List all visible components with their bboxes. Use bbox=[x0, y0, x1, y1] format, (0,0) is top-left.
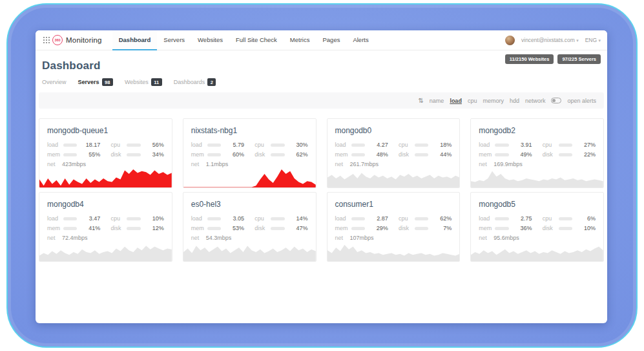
mem-bar bbox=[351, 227, 365, 230]
tab-overview[interactable]: Overview bbox=[42, 79, 67, 85]
load-bar bbox=[63, 144, 77, 147]
app-window: 360 Monitoring DashboardServersWebsitesF… bbox=[36, 30, 607, 323]
tab-label: Overview bbox=[42, 79, 67, 85]
server-name: es0-hel3 bbox=[183, 193, 316, 209]
app-grid-icon[interactable] bbox=[43, 37, 45, 38]
server-card-nixstats-nbg1[interactable]: nixstats-nbg1load5.79cpu30%mem60%disk62%… bbox=[183, 118, 317, 188]
user-menu[interactable]: vincent@nixstats.com ▾ bbox=[521, 37, 579, 43]
disk-bar bbox=[271, 227, 284, 230]
logo-360-icon: 360 bbox=[52, 35, 63, 45]
mem-stat: mem29% bbox=[335, 225, 388, 231]
disk-stat: disk22% bbox=[543, 151, 596, 158]
net-value: 1.1mbps bbox=[206, 161, 229, 167]
sort-option-name[interactable]: name bbox=[430, 98, 444, 104]
sort-option-hdd[interactable]: hdd bbox=[510, 98, 519, 104]
tab-dashboards[interactable]: Dashboards2 bbox=[174, 78, 216, 86]
net-stat: net107mbps bbox=[335, 235, 388, 241]
cpu-value: 30% bbox=[289, 142, 308, 148]
cpu-bar bbox=[415, 144, 428, 147]
disk-value: 44% bbox=[432, 151, 452, 158]
cpu-stat: cpu56% bbox=[110, 142, 163, 148]
logo[interactable]: 360 Monitoring bbox=[52, 35, 102, 45]
disk-stat: disk34% bbox=[110, 151, 163, 158]
counter-badge-11-2150-websites: 11/2150 Websites bbox=[505, 54, 554, 64]
cpu-bar bbox=[271, 144, 284, 147]
mem-label: mem bbox=[47, 225, 62, 231]
open-alerts-label[interactable]: open alerts bbox=[567, 98, 596, 104]
load-stat: load5.79 bbox=[191, 142, 244, 148]
tab-count-badge: 98 bbox=[102, 78, 113, 86]
sort-option-load[interactable]: load bbox=[450, 98, 462, 104]
tab-label: Dashboards bbox=[174, 79, 205, 85]
avatar[interactable] bbox=[505, 36, 515, 45]
main-nav: DashboardServersWebsitesFull Site CheckM… bbox=[112, 30, 375, 50]
disk-value: 10% bbox=[576, 225, 596, 231]
load-label: load bbox=[47, 215, 62, 222]
mem-value: 41% bbox=[81, 225, 100, 231]
open-alerts-toggle[interactable] bbox=[551, 98, 561, 103]
language-selector[interactable]: ENG ▾ bbox=[585, 37, 601, 43]
load-bar bbox=[495, 217, 508, 220]
nav-item-full-site-check[interactable]: Full Site Check bbox=[229, 30, 284, 50]
net-label: net bbox=[47, 235, 62, 241]
cpu-value: 10% bbox=[145, 215, 164, 222]
mem-value: 49% bbox=[513, 151, 532, 158]
mem-stat: mem53% bbox=[191, 225, 244, 231]
illustration-canvas: 360 Monitoring DashboardServersWebsitesF… bbox=[0, 0, 644, 351]
net-value: 54.3mbps bbox=[206, 235, 232, 241]
server-card-mongodb0[interactable]: mongodb0load4.27cpu18%mem48%disk44%net26… bbox=[327, 118, 461, 188]
disk-value: 34% bbox=[145, 151, 164, 158]
disk-label: disk bbox=[399, 225, 413, 231]
nav-item-alerts[interactable]: Alerts bbox=[346, 30, 375, 50]
cpu-bar bbox=[559, 217, 572, 220]
sort-option-cpu[interactable]: cpu bbox=[468, 98, 477, 104]
server-stats: load4.27cpu18%mem48%disk44%net261.7mbps bbox=[327, 135, 460, 167]
tab-label: Websites bbox=[125, 79, 149, 85]
server-card-consumer1[interactable]: consumer1load2.87cpu62%mem29%disk7%net10… bbox=[327, 192, 461, 262]
server-card-mongodb-queue1[interactable]: mongodb-queue1load18.17cpu56%mem55%disk3… bbox=[39, 118, 172, 188]
sort-option-memory[interactable]: memory bbox=[483, 98, 504, 104]
load-bar bbox=[207, 217, 221, 220]
disk-stat: disk10% bbox=[543, 225, 596, 231]
mem-value: 36% bbox=[513, 225, 532, 231]
mem-bar bbox=[207, 227, 221, 230]
sparkline-chart bbox=[183, 168, 316, 187]
nav-item-dashboard[interactable]: Dashboard bbox=[112, 30, 158, 50]
disk-label: disk bbox=[399, 151, 413, 158]
cpu-stat: cpu18% bbox=[399, 142, 452, 148]
server-card-mongodb2[interactable]: mongodb2load3.91cpu27%mem49%disk22%net16… bbox=[470, 118, 604, 188]
sparkline-chart bbox=[183, 242, 316, 261]
server-card-mongodb4[interactable]: mongodb4load3.47cpu10%mem41%disk12%net72… bbox=[39, 192, 172, 262]
load-value: 3.91 bbox=[513, 142, 532, 148]
load-stat: load3.91 bbox=[479, 142, 532, 148]
disk-bar bbox=[271, 153, 284, 156]
sort-bar: ⇅ nameloadcpumemoryhddnetwork open alert… bbox=[39, 92, 604, 109]
net-stat: net54.3mbps bbox=[191, 235, 244, 241]
tab-servers[interactable]: Servers98 bbox=[78, 78, 113, 86]
server-name: consumer1 bbox=[327, 193, 460, 209]
server-card-mongodb5[interactable]: mongodb5load2.75cpu6%mem36%disk10%net95.… bbox=[470, 192, 604, 262]
net-value: 95.6mbps bbox=[493, 235, 519, 241]
server-cards-grid: mongodb-queue1load18.17cpu56%mem55%disk3… bbox=[39, 118, 604, 262]
disk-label: disk bbox=[110, 151, 125, 158]
mem-value: 48% bbox=[369, 151, 388, 158]
nav-item-websites[interactable]: Websites bbox=[191, 30, 229, 50]
net-value: 107mbps bbox=[350, 235, 374, 241]
cpu-bar bbox=[415, 217, 428, 220]
chevron-down-icon: ▾ bbox=[576, 38, 579, 43]
load-stat: load4.27 bbox=[335, 142, 388, 148]
cpu-stat: cpu14% bbox=[254, 215, 307, 222]
global-counters: 11/2150 Websites97/225 Servers bbox=[505, 54, 601, 64]
tab-websites[interactable]: Websites11 bbox=[125, 78, 162, 86]
nav-item-pages[interactable]: Pages bbox=[316, 30, 346, 50]
load-value: 18.17 bbox=[81, 142, 100, 148]
title-row: Dashboard 11/2150 Websites97/225 Servers bbox=[39, 53, 604, 72]
nav-item-servers[interactable]: Servers bbox=[157, 30, 191, 50]
nav-item-metrics[interactable]: Metrics bbox=[284, 30, 317, 50]
sort-icon: ⇅ bbox=[418, 97, 423, 104]
server-card-es0-hel3[interactable]: es0-hel3load3.05cpu14%mem53%disk47%net54… bbox=[183, 192, 317, 262]
server-stats: load2.75cpu6%mem36%disk10%net95.6mbps bbox=[471, 209, 603, 241]
disk-label: disk bbox=[254, 225, 269, 231]
sort-option-network[interactable]: network bbox=[525, 98, 546, 104]
load-stat: load2.87 bbox=[335, 215, 388, 222]
